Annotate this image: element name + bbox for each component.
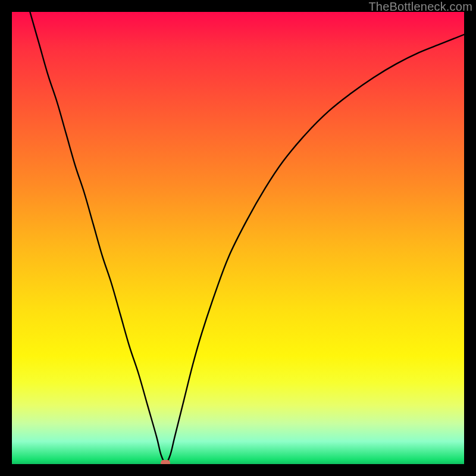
optimum-marker xyxy=(161,460,170,464)
curve-layer xyxy=(12,12,464,464)
chart-frame: TheBottleneck.com xyxy=(0,0,476,476)
plot-area xyxy=(12,12,464,464)
watermark-text: TheBottleneck.com xyxy=(368,0,472,14)
bottleneck-curve xyxy=(30,12,464,463)
